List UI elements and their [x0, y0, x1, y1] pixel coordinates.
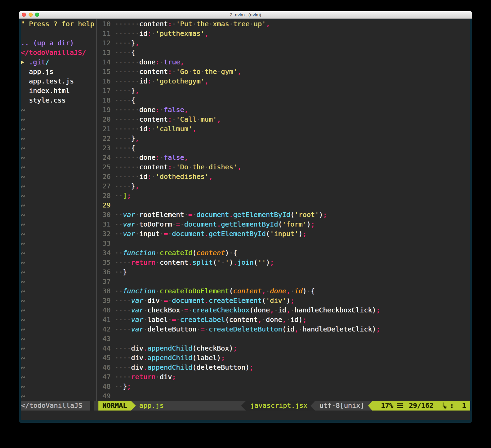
command-line[interactable] — [21, 411, 470, 420]
sidebar-line[interactable]: app.js — [21, 67, 96, 77]
code-line[interactable]: 39 ····var·div·=·document.createElement(… — [98, 296, 470, 306]
sidebar-line[interactable] — [21, 29, 96, 38]
code-line[interactable]: 23 ····{ — [98, 143, 470, 153]
sidebar-empty-line — [21, 210, 96, 220]
code-line[interactable]: 32 ··var·input·=·document.getElementById… — [98, 229, 470, 239]
sidebar-empty-line — [21, 191, 96, 201]
code-line[interactable]: 27 ····}, — [98, 182, 470, 191]
line-number: 35 — [98, 259, 115, 266]
sidebar-line[interactable]: app.test.js — [21, 77, 96, 86]
code-line[interactable]: 20 ······content:·'Call·mum', — [98, 115, 470, 124]
code-line[interactable]: 31 ··var·toDoForm·=·document.getElementB… — [98, 220, 470, 229]
code-line[interactable]: 28 ··]; — [98, 191, 470, 201]
code-line[interactable]: 37 — [98, 277, 470, 287]
code-line[interactable]: 43 — [98, 334, 470, 344]
code-line[interactable]: 17 ····}, — [98, 86, 470, 96]
code-line[interactable]: 25 ······content:·'Do·the·dishes', — [98, 163, 470, 172]
code-line[interactable]: 18 ····{ — [98, 96, 470, 105]
statusline-filetype-segment: javascript.jsx — [246, 401, 315, 411]
line-number: 29 — [98, 201, 115, 209]
code-line[interactable]: 19 ······done:·false, — [98, 105, 470, 115]
line-number: 22 — [98, 135, 115, 142]
sidebar-empty-line — [21, 134, 96, 143]
sidebar-empty-line — [21, 353, 96, 363]
statusline-gap-dark — [90, 401, 94, 411]
line-number: 43 — [98, 335, 115, 343]
vertical-split-separator — [96, 19, 97, 401]
code-line[interactable]: 33 — [98, 239, 470, 248]
window-title: 2. nvim . (nvim) — [19, 11, 472, 19]
sidebar-empty-line — [21, 105, 96, 115]
statusline-tree-path: </todoVanillaJS — [21, 401, 82, 411]
code-line[interactable]: 30 ··var·rootElement·=·document.getEleme… — [98, 210, 470, 220]
line-number: 10 — [98, 20, 115, 28]
sidebar-empty-line — [21, 334, 96, 344]
code-line[interactable]: 24 ······done:·false, — [98, 153, 470, 163]
sidebar-empty-line — [21, 220, 96, 229]
code-line[interactable]: 13 ····{ — [98, 48, 470, 58]
code-line[interactable]: 49 — [98, 391, 470, 401]
code-line[interactable]: 41 ····var·label·=·createLabel(content,·… — [98, 315, 470, 325]
statusline-tree-segment: </todoVanillaJS — [21, 401, 90, 411]
code-line[interactable]: 38 ··function·createToDoElement(content,… — [98, 287, 470, 296]
line-number: 11 — [98, 30, 115, 37]
statusline-scroll-percent: 17% — [381, 401, 393, 411]
code-line[interactable]: 45 ····div.appendChild(label); — [98, 353, 470, 363]
code-line[interactable]: 21 ······id:·'callmum', — [98, 124, 470, 134]
code-buffer[interactable]: 10 ······content:·'Put·the·xmas·tree·up'… — [98, 19, 470, 401]
sidebar-empty-line — [21, 344, 96, 353]
code-line[interactable]: 44 ····div.appendChild(checkBox); — [98, 344, 470, 353]
statusline-mode: NORMAL — [102, 401, 127, 411]
sidebar-line[interactable]: .. (up a dir) — [21, 38, 96, 48]
code-line[interactable]: 35 ····return·content.split('·').join(''… — [98, 258, 470, 267]
sidebar-empty-line — [21, 382, 96, 391]
line-number: 48 — [98, 383, 115, 390]
line-number: 21 — [98, 125, 115, 133]
code-line[interactable]: 22 ····}, — [98, 134, 470, 143]
code-line[interactable]: 40 ····var·checkBox·=·createCheckbox(don… — [98, 306, 470, 315]
minimize-button[interactable] — [29, 13, 33, 17]
sidebar-empty-line — [21, 287, 96, 296]
code-line[interactable]: 48 ··}; — [98, 382, 470, 391]
terminal-content[interactable]: " Press ? for help.. (up a dir)</todoVan… — [19, 19, 472, 423]
statusline-column: 1 — [462, 401, 466, 411]
sidebar-empty-line — [21, 372, 96, 382]
statusline-gap-mid — [94, 401, 98, 411]
code-line[interactable]: 26 ······id:·'dothedishes', — [98, 172, 470, 182]
sidebar-empty-line — [21, 239, 96, 248]
line-number-icon — [442, 402, 447, 411]
line-number: 17 — [98, 87, 115, 95]
sidebar-line[interactable]: style.css — [21, 96, 96, 105]
sidebar-line[interactable]: " Press ? for help — [21, 19, 96, 29]
title-bar[interactable]: 2. nvim . (nvim) — [19, 11, 472, 19]
statusline-filename-segment: app.js — [131, 401, 246, 411]
line-number: 23 — [98, 144, 115, 152]
code-line[interactable]: 42 ····var·deleteButton·=·createDeleteBu… — [98, 325, 470, 334]
code-line[interactable]: 34 ··function·createId(content)·{ — [98, 248, 470, 258]
code-line[interactable]: 15 ······content:·'Go·to·the·gym', — [98, 67, 470, 77]
collapsed-dir-arrow-icon — [21, 58, 25, 67]
code-line[interactable]: 47 ····return·div; — [98, 372, 470, 382]
sidebar-empty-line — [21, 391, 96, 401]
vim-screen: " Press ? for help.. (up a dir)</todoVan… — [21, 19, 470, 420]
code-line[interactable]: 29 — [98, 201, 470, 210]
line-number: 32 — [98, 230, 115, 238]
code-line[interactable]: 14 ······done:·true, — [98, 58, 470, 67]
code-line[interactable]: 12 ····}, — [98, 38, 470, 48]
code-line[interactable]: 16 ······id:·'gotothegym', — [98, 77, 470, 86]
line-number: 44 — [98, 344, 115, 352]
sidebar-line[interactable]: index.html — [21, 86, 96, 96]
code-line[interactable]: 46 ····div.appendChild(deleteButton); — [98, 363, 470, 372]
sidebar-empty-line — [21, 163, 96, 172]
code-line[interactable]: 36 ··} — [98, 267, 470, 277]
sidebar-empty-line — [21, 201, 96, 210]
line-number: 39 — [98, 297, 115, 305]
code-line[interactable]: 10 ······content:·'Put·the·xmas·tree·up'… — [98, 19, 470, 29]
nerdtree-sidebar[interactable]: " Press ? for help.. (up a dir)</todoVan… — [21, 19, 96, 401]
sidebar-line[interactable]: .git/ — [21, 58, 96, 67]
sidebar-empty-line — [21, 315, 96, 325]
line-number: 20 — [98, 115, 115, 123]
code-line[interactable]: 11 ······id:·'putthexmas', — [98, 29, 470, 38]
sidebar-line[interactable]: </todoVanillaJS/ — [21, 48, 96, 58]
line-number: 13 — [98, 49, 115, 57]
